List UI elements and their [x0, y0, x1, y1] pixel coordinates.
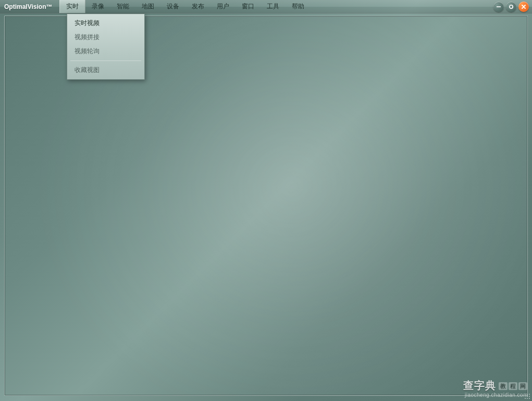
menu-label: 智能: [117, 2, 129, 11]
dropdown-label: 实时视频: [75, 19, 100, 27]
dropdown-label: 视频轮询: [75, 47, 100, 55]
realtime-dropdown: 实时视频 视频拼接 视频轮询 收藏视图: [67, 14, 145, 80]
svg-point-4: [529, 396, 530, 397]
menu-label: 发布: [192, 2, 204, 11]
dropdown-item-video-stitch[interactable]: 视频拼接: [67, 30, 144, 44]
menu-window[interactable]: 窗口: [236, 0, 261, 13]
dropdown-item-fav-view[interactable]: 收藏视图: [67, 63, 144, 77]
menu-label: 帮助: [292, 2, 304, 11]
menu-label: 工具: [267, 2, 279, 11]
menu-tools[interactable]: 工具: [261, 0, 286, 13]
menu-device[interactable]: 设备: [160, 0, 185, 13]
close-button[interactable]: [518, 2, 529, 12]
menubar: 实时 录像 智能 地图 设备 发布 用户 窗口 工具 帮助: [59, 0, 311, 13]
svg-point-6: [527, 398, 528, 399]
menu-label: 窗口: [242, 2, 254, 11]
svg-point-3: [527, 396, 528, 397]
dropdown-item-video-poll[interactable]: 视频轮询: [67, 44, 144, 58]
close-icon: [521, 4, 526, 9]
menu-label: 录像: [92, 2, 104, 11]
svg-point-1: [510, 5, 513, 8]
menu-user[interactable]: 用户: [211, 0, 236, 13]
menu-map[interactable]: 地图: [135, 0, 160, 13]
app-title: OptimalVision™: [4, 3, 52, 10]
minimize-icon: [496, 4, 501, 9]
menu-label: 实时: [66, 2, 79, 11]
menu-label: 设备: [167, 2, 179, 11]
dropdown-item-live-video[interactable]: 实时视频: [67, 16, 144, 30]
titlebar: OptimalVision™ 实时 录像 智能 地图 设备 发布 用户 窗口 工…: [0, 0, 532, 14]
maximize-icon: [509, 4, 514, 9]
menu-realtime[interactable]: 实时: [59, 0, 85, 13]
svg-rect-0: [497, 6, 501, 7]
dropdown-separator: [70, 60, 141, 61]
menu-smart[interactable]: 智能: [110, 0, 135, 13]
maximize-button[interactable]: [506, 2, 516, 12]
svg-point-5: [525, 398, 526, 399]
svg-point-2: [529, 394, 530, 395]
dropdown-label: 收藏视图: [75, 66, 100, 74]
menu-label: 用户: [217, 2, 229, 11]
menu-help[interactable]: 帮助: [286, 0, 311, 13]
minimize-button[interactable]: [493, 2, 504, 12]
dropdown-label: 视频拼接: [75, 33, 100, 41]
menu-publish[interactable]: 发布: [185, 0, 211, 13]
menu-label: 地图: [142, 2, 154, 11]
svg-point-7: [529, 398, 530, 399]
window-controls: [493, 2, 529, 12]
menu-record[interactable]: 录像: [85, 0, 110, 13]
app-window: OptimalVision™ 实时 录像 智能 地图 设备 发布 用户 窗口 工…: [0, 0, 532, 401]
resize-grip-icon[interactable]: [524, 393, 531, 400]
